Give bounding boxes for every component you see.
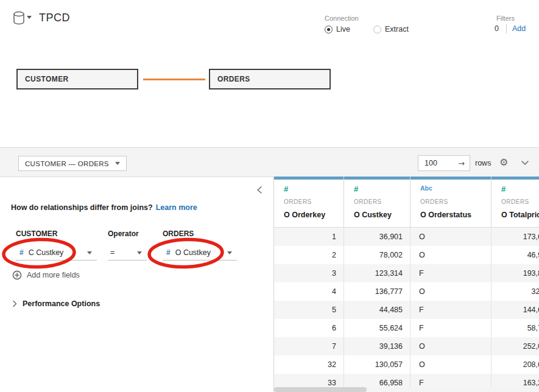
grid-cell: 1	[274, 228, 344, 246]
table-node-customer[interactable]: CUSTOMER	[16, 69, 138, 89]
grid-cell: O	[410, 228, 491, 246]
grid-cell: O	[410, 355, 491, 374]
table-row: 739,136O252,0	[274, 337, 539, 355]
column-field-label: O Totalprice	[501, 211, 539, 219]
row-count-value: 100	[425, 159, 437, 167]
filters-divider	[506, 24, 507, 33]
table-row: 136,901O173,6	[274, 228, 539, 246]
column-header-o-orderkey[interactable]: #ORDERSO Orderkey	[274, 177, 344, 228]
column-header-o-totalprice[interactable]: #ORDERSO Totalprice	[491, 177, 539, 228]
grid-cell: 39,136	[344, 337, 410, 355]
connection-label: Connection	[325, 15, 359, 22]
radio-extract-label: Extract	[385, 25, 409, 33]
performance-options-expander[interactable]: Performance Options	[12, 299, 100, 308]
right-field-dropdown[interactable]: # O Custkey	[163, 245, 237, 261]
table-row: 655,624F58,7	[274, 319, 539, 337]
database-icon[interactable]	[12, 11, 26, 26]
table-row: 3123,314F193,8	[274, 264, 539, 282]
relationship-selector-label: CUSTOMER — ORDERS	[25, 160, 109, 167]
chevron-right-icon	[12, 300, 17, 307]
radio-selected-icon	[325, 26, 333, 33]
column-table-label: ORDERS	[284, 198, 312, 205]
filters-add-link[interactable]: Add	[512, 24, 526, 33]
grid-header-row: #ORDERSO Orderkey#ORDERSO CustkeyAbcORDE…	[274, 177, 539, 228]
grid-cell: 46,9	[491, 246, 539, 264]
horizontal-scrollbar-thumb[interactable]	[274, 387, 367, 392]
apply-arrow-icon[interactable]: →	[458, 159, 465, 168]
chevron-down-icon	[227, 251, 232, 254]
radio-unselected-icon	[373, 26, 381, 33]
chevron-down-icon	[87, 251, 92, 254]
table-node-label: CUSTOMER	[25, 75, 69, 83]
radio-live-label: Live	[336, 25, 350, 33]
grid-cell: 144,6	[491, 301, 539, 319]
learn-more-link[interactable]: Learn more	[156, 203, 197, 212]
table-row: 278,002O46,9	[274, 246, 539, 264]
grid-cell: 173,6	[491, 228, 539, 246]
number-type-icon: #	[284, 184, 288, 194]
chevron-down-icon	[115, 162, 120, 165]
number-type-icon: #	[19, 248, 24, 257]
datasource-title: TPCD	[39, 12, 70, 24]
relationship-selector-dropdown[interactable]: CUSTOMER — ORDERS	[18, 156, 127, 171]
question-text: How do relationships differ from joins?	[11, 203, 153, 212]
radio-live[interactable]: Live	[325, 24, 350, 34]
number-type-icon: #	[501, 184, 506, 194]
relationship-noodle[interactable]	[143, 79, 205, 80]
column-header-o-custkey[interactable]: #ORDERSO Custkey	[344, 177, 410, 228]
left-table-column-label: CUSTOMER	[16, 229, 57, 238]
column-accent-bar	[410, 177, 491, 180]
grid-cell: O	[410, 337, 491, 355]
grid-cell: 36,901	[344, 228, 410, 246]
filters-count: 0	[495, 24, 499, 33]
radio-extract[interactable]: Extract	[373, 24, 409, 34]
collapse-panel-icon[interactable]	[256, 186, 262, 194]
column-table-label: ORDERS	[354, 198, 382, 205]
grid-cell: 55,624	[344, 319, 410, 337]
datagrid-toolbar: CUSTOMER — ORDERS 100 → rows ⚙	[0, 147, 539, 177]
grid-cell: 58,7	[491, 319, 539, 337]
grid-cell: 123,314	[344, 264, 410, 282]
gear-icon[interactable]: ⚙	[499, 156, 508, 168]
column-accent-bar	[274, 177, 343, 180]
grid-cell: F	[410, 319, 491, 337]
grid-cell: 130,057	[344, 355, 410, 374]
left-field-dropdown[interactable]: # C Custkey	[16, 245, 97, 261]
string-type-icon: Abc	[420, 184, 432, 192]
grid-cell: F	[410, 264, 491, 282]
left-field-value: C Custkey	[29, 248, 64, 257]
grid-cell: 252,0	[491, 337, 539, 355]
grid-cell: 193,8	[491, 264, 539, 282]
number-type-icon: #	[354, 184, 358, 194]
grid-cell: 136,777	[344, 282, 410, 301]
column-field-label: O Custkey	[354, 211, 392, 219]
chevron-down-icon[interactable]	[521, 160, 529, 166]
number-type-icon: #	[166, 248, 171, 257]
row-count-input[interactable]: 100 →	[418, 155, 470, 171]
add-more-fields-button[interactable]: Add more fields	[12, 270, 80, 280]
plus-circle-icon	[12, 270, 22, 280]
operator-value: =	[110, 248, 114, 257]
rows-label: rows	[475, 159, 491, 167]
table-row: 4136,777O32,	[274, 282, 539, 301]
table-row: 544,485F144,6	[274, 301, 539, 319]
grid-cell: 3	[274, 264, 344, 282]
relationship-help-text: How do relationships differ from joins?L…	[11, 203, 197, 212]
operator-dropdown[interactable]: =	[108, 245, 147, 261]
operator-column-label: Operator	[108, 229, 139, 238]
add-more-fields-label: Add more fields	[27, 271, 80, 279]
grid-cell: O	[410, 246, 491, 264]
chevron-down-icon	[137, 251, 142, 254]
grid-body: 136,901O173,6278,002O46,93123,314F193,84…	[274, 228, 539, 392]
column-field-label: O Orderstatus	[420, 211, 471, 219]
table-node-orders[interactable]: ORDERS	[209, 69, 331, 89]
database-menu-caret-icon[interactable]	[27, 16, 32, 19]
table-node-label: ORDERS	[217, 75, 250, 83]
grid-cell: 6	[274, 319, 344, 337]
right-table-column-label: ORDERS	[163, 229, 194, 238]
grid-cell: 4	[274, 282, 344, 301]
grid-cell: F	[410, 301, 491, 319]
grid-cell: 32,	[491, 282, 539, 301]
relationship-edit-panel: How do relationships differ from joins?L…	[0, 177, 274, 392]
column-header-o-orderstatus[interactable]: AbcORDERSO Orderstatus	[410, 177, 491, 228]
